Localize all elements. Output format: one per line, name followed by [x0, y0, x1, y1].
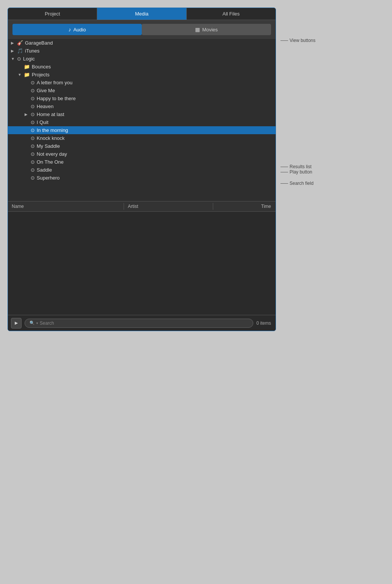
disclosure-triangle: ▶	[11, 41, 16, 45]
callouts: View buttons Results list Play button Se…	[280, 8, 316, 209]
top-tabs: Project Media All Files	[8, 8, 276, 20]
item-label: iTunes	[25, 48, 40, 54]
search-placeholder-text: Search	[40, 321, 54, 326]
audio-button-label: Audio	[73, 27, 86, 33]
project-icon: ⊙	[31, 135, 35, 141]
item-label: In the morning	[37, 127, 68, 133]
tree-item-superhero[interactable]: ⊙ Superhero	[8, 174, 276, 182]
movies-button[interactable]: ▦ Movies	[142, 24, 271, 35]
tab-all-files[interactable]: All Files	[187, 8, 276, 20]
tab-project[interactable]: Project	[8, 8, 97, 20]
play-icon: ▶	[15, 321, 18, 325]
disclosure-triangle: ▶	[25, 112, 30, 116]
callout-search-field: Search field	[280, 181, 316, 186]
tree-item-projects[interactable]: ▼ 📁 Projects	[8, 71, 276, 79]
items-count: 0 items	[256, 321, 273, 326]
item-label: Logic	[23, 56, 35, 62]
col-time: Time	[213, 203, 276, 210]
folder-icon: 📁	[24, 72, 30, 77]
callout-results-list: Results list	[280, 164, 316, 169]
item-label: Happy to be there	[37, 96, 76, 101]
tab-media[interactable]: Media	[97, 8, 186, 20]
project-icon: ⊙	[31, 96, 35, 101]
tree-item-itunes[interactable]: ▶ 🎵 iTunes	[8, 47, 276, 55]
bottom-bar: ▶ 🔍 ▾ Search 0 items	[8, 315, 276, 331]
item-label: Give Me	[37, 88, 55, 93]
project-icon: ⊙	[31, 175, 35, 181]
item-label: Home at last	[37, 112, 64, 117]
col-name: Name	[8, 203, 124, 210]
project-icon: ⊙	[31, 127, 35, 133]
disclosure-triangle: ▼	[18, 73, 23, 77]
project-icon: ⊙	[31, 159, 35, 165]
tree-item-a-letter[interactable]: ⊙ A letter from you	[8, 79, 276, 87]
music-note-icon: ♪	[68, 26, 71, 33]
results-area: Name Artist Time	[8, 201, 276, 315]
item-label: On The One	[37, 159, 64, 165]
project-icon: ⊙	[31, 119, 35, 125]
disclosure-triangle: ▼	[11, 57, 16, 61]
callout-line	[280, 40, 288, 41]
col-artist: Artist	[124, 203, 213, 210]
tree-item-on-the-one[interactable]: ⊙ On The One	[8, 158, 276, 166]
play-button[interactable]: ▶	[11, 318, 22, 328]
item-label: A letter from you	[37, 80, 73, 85]
source-icon: 🎸	[17, 40, 23, 46]
item-label: Projects	[32, 72, 50, 77]
project-icon: ⊙	[31, 151, 35, 157]
movies-button-label: Movies	[202, 27, 218, 33]
project-icon: ⊙	[31, 112, 35, 117]
results-body	[8, 212, 276, 315]
view-buttons-row: ♪ Audio ▦ Movies	[8, 20, 276, 39]
tree-item-give-me[interactable]: ⊙ Give Me	[8, 87, 276, 94]
callout-results-list-label: Results list	[290, 164, 311, 169]
search-icon: 🔍	[29, 321, 35, 325]
tree-item-in-the-morning[interactable]: ⊙ In the morning	[8, 126, 276, 134]
tree-item-garageband[interactable]: ▶ 🎸 GarageBand	[8, 39, 276, 47]
project-icon: ⊙	[31, 80, 35, 85]
item-label: Not every day	[37, 151, 67, 157]
item-label: GarageBand	[25, 40, 53, 46]
file-tree[interactable]: ▶ 🎸 GarageBand ▶ 🎵 iTunes ▼ ⊙ Logic 📁 Bo…	[8, 39, 276, 201]
project-icon: ⊙	[17, 56, 21, 62]
tree-item-my-saddle[interactable]: ⊙ My Saddle	[8, 142, 276, 150]
disclosure-triangle: ▶	[11, 49, 16, 53]
tree-item-not-every-day[interactable]: ⊙ Not every day	[8, 150, 276, 158]
results-header: Name Artist Time	[8, 201, 276, 212]
search-dropdown-arrow: ▾	[36, 321, 38, 325]
media-browser-panel: Project Media All Files ♪ Audio ▦ Movies…	[8, 8, 276, 331]
callout-play-button-label: Play button	[290, 169, 312, 175]
item-label: I Quit	[37, 119, 48, 125]
callout-line	[280, 167, 288, 167]
project-icon: ⊙	[31, 88, 35, 93]
audio-button[interactable]: ♪ Audio	[12, 24, 142, 35]
source-icon: 🎵	[17, 48, 23, 54]
film-icon: ▦	[195, 26, 200, 33]
item-label: Heaven	[37, 104, 54, 109]
callout-play-button: Play button	[280, 169, 316, 175]
project-icon: ⊙	[31, 104, 35, 109]
tree-item-logic[interactable]: ▼ ⊙ Logic	[8, 55, 276, 63]
tree-item-i-quit[interactable]: ⊙ I Quit	[8, 118, 276, 126]
callout-view-buttons-label: View buttons	[290, 38, 316, 43]
tree-item-happy[interactable]: ⊙ Happy to be there	[8, 94, 276, 102]
callout-line	[280, 172, 288, 172]
item-label: Bounces	[32, 64, 51, 70]
tree-item-bounces[interactable]: 📁 Bounces	[8, 63, 276, 71]
project-icon: ⊙	[31, 167, 35, 173]
folder-icon: 📁	[24, 64, 30, 70]
tree-item-heaven[interactable]: ⊙ Heaven	[8, 102, 276, 110]
tree-item-home-at-last[interactable]: ▶ ⊙ Home at last	[8, 110, 276, 118]
tree-item-saddle[interactable]: ⊙ Saddle	[8, 166, 276, 174]
tree-item-knock-knock[interactable]: ⊙ Knock knock	[8, 134, 276, 142]
item-label: Superhero	[37, 175, 60, 181]
app-window: Project Media All Files ♪ Audio ▦ Movies…	[8, 8, 316, 331]
search-field[interactable]: 🔍 ▾ Search	[25, 319, 253, 328]
project-icon: ⊙	[31, 143, 35, 149]
callout-view-buttons: View buttons	[280, 38, 316, 43]
item-label: Knock knock	[37, 135, 65, 141]
item-label: My Saddle	[37, 143, 60, 149]
callout-search-field-label: Search field	[290, 181, 313, 186]
callout-line	[280, 183, 288, 184]
item-label: Saddle	[37, 167, 52, 173]
